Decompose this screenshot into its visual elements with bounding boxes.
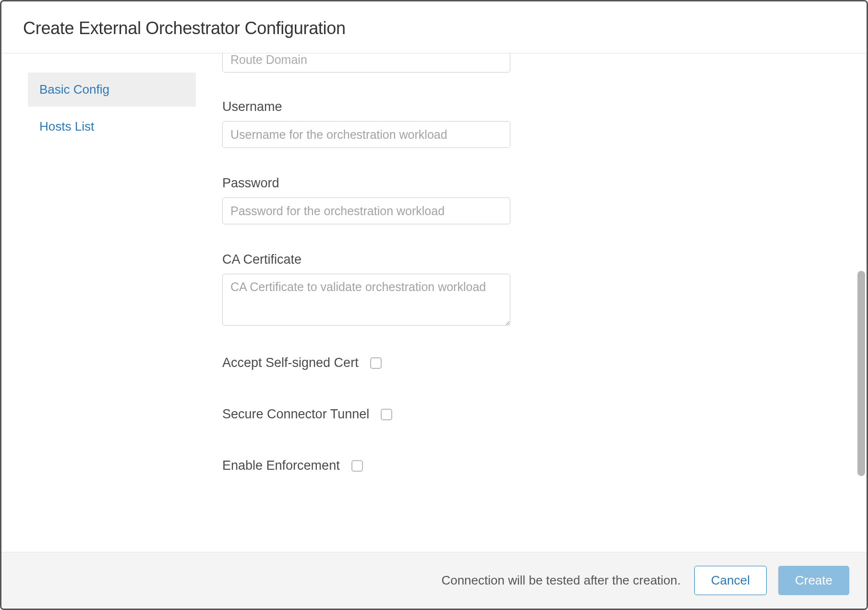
modal-header: Create External Orchestrator Configurati…: [1, 1, 867, 53]
modal-dialog: Create External Orchestrator Configurati…: [0, 0, 868, 610]
enable-enforcement-checkbox[interactable]: [351, 460, 363, 472]
secure-connector-tunnel-label: Secure Connector Tunnel: [222, 407, 369, 422]
sidebar-item-label: Hosts List: [39, 119, 94, 134]
sidebar-item-basic-config[interactable]: Basic Config: [28, 73, 196, 107]
accept-self-signed-label: Accept Self-signed Cert: [222, 355, 359, 370]
enable-enforcement-label: Enable Enforcement: [222, 458, 340, 473]
scrollbar-track: [857, 113, 865, 480]
password-input[interactable]: [222, 197, 510, 224]
modal-title: Create External Orchestrator Configurati…: [23, 18, 845, 38]
route-domain-input[interactable]: Route Domain: [222, 53, 510, 73]
accept-self-signed-checkbox[interactable]: [370, 357, 382, 369]
password-group: Password: [222, 176, 847, 224]
username-label: Username: [222, 99, 847, 114]
form-scroll-container[interactable]: Route Domain Username Password CA Certif…: [222, 53, 867, 552]
modal-footer: Connection will be tested after the crea…: [1, 552, 867, 609]
username-group: Username: [222, 99, 847, 148]
enable-enforcement-row: Enable Enforcement: [222, 458, 847, 473]
scrollbar-thumb[interactable]: [857, 271, 865, 476]
ca-certificate-label: CA Certificate: [222, 252, 847, 267]
ca-certificate-textarea[interactable]: [222, 274, 510, 326]
route-domain-field-partial: Route Domain: [222, 53, 847, 73]
ca-certificate-group: CA Certificate: [222, 252, 847, 328]
create-button[interactable]: Create: [778, 566, 849, 595]
sidebar-item-label: Basic Config: [39, 82, 109, 97]
modal-body: Basic Config Hosts List Route Domain Use…: [1, 53, 867, 552]
password-label: Password: [222, 176, 847, 191]
sidebar-nav: Basic Config Hosts List: [1, 53, 222, 552]
footer-hint-text: Connection will be tested after the crea…: [441, 573, 681, 588]
form: Route Domain Username Password CA Certif…: [222, 53, 847, 529]
accept-self-signed-row: Accept Self-signed Cert: [222, 355, 847, 370]
username-input[interactable]: [222, 121, 510, 148]
secure-connector-tunnel-row: Secure Connector Tunnel: [222, 407, 847, 422]
secure-connector-tunnel-checkbox[interactable]: [381, 409, 392, 420]
cancel-button[interactable]: Cancel: [694, 566, 767, 595]
sidebar-item-hosts-list[interactable]: Hosts List: [28, 110, 196, 144]
